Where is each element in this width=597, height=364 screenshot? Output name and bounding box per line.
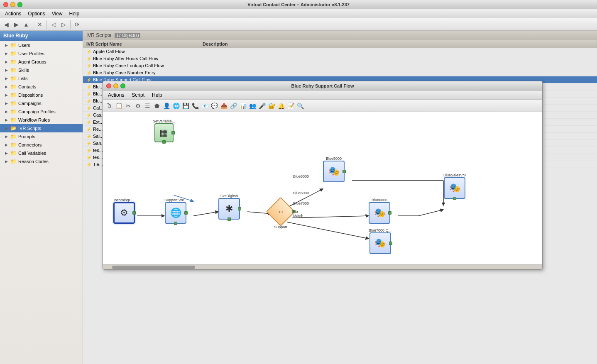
- flow-node-blue6000[interactable]: Blue6000 🎭: [369, 197, 390, 224]
- node-box[interactable]: ⚙: [113, 202, 135, 224]
- flow-tool-17[interactable]: 🎤: [257, 101, 267, 110]
- menu-view[interactable]: View: [49, 10, 66, 17]
- forward-button[interactable]: ▶: [12, 20, 21, 29]
- flow-tool-8[interactable]: 🌐: [171, 101, 181, 110]
- node-box[interactable]: ✱: [218, 198, 240, 220]
- node-label: SetVariable...: [153, 119, 175, 123]
- flow-tool-10[interactable]: 📞: [191, 101, 200, 110]
- folder-icon: 📁: [10, 76, 17, 81]
- sidebar-item-reason-codes[interactable]: ▶ 📁 Reason Codes: [0, 157, 83, 166]
- stop-button[interactable]: ✕: [35, 20, 44, 29]
- node-box[interactable]: 🎭: [444, 177, 465, 199]
- window-controls[interactable]: [3, 2, 22, 7]
- minimize-button[interactable]: [10, 2, 15, 7]
- scroll-thumb[interactable]: [112, 266, 195, 269]
- flow-node-setvariable[interactable]: SetVariable... ▦: [153, 118, 175, 142]
- sidebar-item-lists[interactable]: ▶ 📁 Lists: [0, 74, 83, 83]
- flow-minimize-button[interactable]: [113, 83, 118, 88]
- maximize-button[interactable]: [17, 2, 22, 7]
- flow-tool-7[interactable]: 👤: [162, 101, 171, 110]
- prev-button[interactable]: ◁: [49, 20, 58, 29]
- menu-options[interactable]: Options: [24, 10, 48, 17]
- next-button[interactable]: ▷: [59, 20, 68, 29]
- flow-tool-4[interactable]: ⚙: [133, 101, 142, 110]
- flow-menu-script[interactable]: Script: [128, 91, 148, 99]
- flow-tool-19[interactable]: 🔔: [276, 101, 286, 110]
- flow-scrollbar-horizontal[interactable]: [103, 264, 542, 269]
- flow-tool-11[interactable]: 📧: [200, 101, 209, 110]
- back-button[interactable]: ◀: [2, 20, 11, 29]
- sidebar-item-campaign-profiles[interactable]: ▶ 📁 Campaign Profiles: [0, 107, 83, 116]
- sidebar-item-call-variables[interactable]: ▶ 📁 Call Variables: [0, 149, 83, 157]
- flow-node-decision[interactable]: ↔ Support Blue5000 Blue6000 Blue7000 No …: [268, 199, 293, 229]
- list-item[interactable]: ⚡ Blue Ruby After Hours Call Flow: [83, 55, 597, 62]
- sidebar-item-campaigns[interactable]: ▶ 📁 Campaigns: [0, 99, 83, 107]
- flow-window-controls[interactable]: [106, 83, 125, 88]
- folder-icon: 📁: [10, 42, 17, 48]
- sidebar-item-agent-groups[interactable]: ▶ 📁 Agent Groups: [0, 58, 83, 66]
- node-box[interactable]: 🎭: [323, 161, 345, 182]
- toolbar-separator-2: [46, 20, 47, 29]
- sidebar-item-prompts[interactable]: ▶ 📁 Prompts: [0, 132, 83, 141]
- flow-tool-3[interactable]: ✂: [124, 101, 133, 110]
- flow-tool-20[interactable]: 📝: [286, 101, 295, 110]
- node-box[interactable]: 🌐: [165, 202, 186, 224]
- flow-canvas[interactable]: SetVariable... ▦ IncomingC... ⚙ Support …: [103, 112, 542, 264]
- sidebar-label-user-profiles: User Profiles: [18, 51, 44, 56]
- ivr-script-icon: ⚡: [86, 141, 91, 146]
- sidebar-item-workflow-rules[interactable]: ▶ 📁 Workflow Rules: [0, 116, 83, 124]
- folder-icon: 📁: [10, 100, 17, 106]
- sidebar-item-connectors[interactable]: ▶ 📁 Connectors: [0, 141, 83, 149]
- sidebar-label-connectors: Connectors: [18, 142, 42, 147]
- folder-icon: 📁: [10, 159, 17, 164]
- flow-tool-13[interactable]: 📤: [219, 101, 228, 110]
- flow-tool-15[interactable]: 📊: [238, 101, 247, 110]
- sidebar-item-users[interactable]: ▶ 📁 Users: [0, 41, 83, 49]
- menu-help[interactable]: Help: [66, 10, 83, 17]
- flow-tool-21[interactable]: 🔍: [296, 101, 305, 110]
- flow-tool-16[interactable]: 👥: [248, 101, 257, 110]
- flow-tool-5[interactable]: ☰: [143, 101, 152, 110]
- close-button[interactable]: [3, 2, 8, 7]
- flow-menu-actions[interactable]: Actions: [105, 91, 127, 99]
- menu-actions[interactable]: Actions: [2, 10, 24, 17]
- list-item[interactable]: ⚡ Blue Ruby Case Look-up Call Flow: [83, 62, 597, 69]
- node-box[interactable]: ▦: [154, 123, 174, 142]
- flow-node-getdigits8[interactable]: GetDigits8 ✱: [218, 193, 240, 220]
- flow-menu-help[interactable]: Help: [149, 91, 166, 99]
- flow-tool-6[interactable]: ⬟: [152, 101, 161, 110]
- sidebar-item-dispositions[interactable]: ▶ 📁 Dispositions: [0, 91, 83, 99]
- ivr-script-icon: ⚡: [86, 56, 91, 61]
- flow-close-button[interactable]: [106, 83, 111, 88]
- refresh-button[interactable]: ⟳: [73, 20, 82, 29]
- flow-node-blue5000[interactable]: Blue5000 🎭: [323, 156, 345, 182]
- list-item[interactable]: ⚡ Blue Ruby Case Number Entry: [83, 69, 597, 76]
- flow-node-blue7000q[interactable]: Blue7000 Q... 🎭: [369, 227, 391, 254]
- flow-tool-2[interactable]: 📋: [114, 101, 123, 110]
- sidebar-item-ivr-scripts[interactable]: ▶ 📂 IVR Scripts: [0, 124, 83, 132]
- node-box[interactable]: 🎭: [369, 232, 391, 254]
- sidebar-label-agent-groups: Agent Groups: [18, 59, 46, 64]
- flow-title-bar: Blue Ruby Support Call Flow: [103, 81, 542, 90]
- list-item[interactable]: ⚡ Apple Call Flow: [83, 48, 597, 55]
- flow-tool-9[interactable]: 💾: [181, 101, 190, 110]
- flow-tool-18[interactable]: 🔐: [267, 101, 276, 110]
- folder-icon: 📂: [10, 125, 17, 131]
- folder-icon: 📁: [10, 117, 17, 123]
- sidebar-item-skills[interactable]: ▶ 📁 Skills: [0, 66, 83, 74]
- sidebar-item-user-profiles[interactable]: ▶ 📁 User Profiles: [0, 49, 83, 58]
- node-box[interactable]: 🎭: [369, 202, 390, 224]
- flow-node-incoming[interactable]: IncomingC... ⚙: [113, 197, 135, 224]
- flow-tool-12[interactable]: 💬: [210, 101, 219, 110]
- sidebar-item-contacts[interactable]: ▶ 📁 Contacts: [0, 83, 83, 91]
- flow-maximize-button[interactable]: [120, 83, 125, 88]
- flow-tool-14[interactable]: 🔗: [229, 101, 238, 110]
- node-label: Blue7000 Q...: [369, 228, 391, 232]
- sidebar-label-ivr-scripts: IVR Scripts: [18, 126, 41, 131]
- flow-tool-1[interactable]: 🖱: [105, 101, 114, 110]
- up-button[interactable]: ▲: [22, 20, 31, 29]
- flow-node-support-we[interactable]: Support We... 🌐: [164, 197, 187, 224]
- flow-node-bluesalesvm[interactable]: BlueSalesVM 🎭: [443, 172, 466, 199]
- flow-window: Blue Ruby Support Call Flow Actions Scri…: [103, 81, 543, 270]
- expand-icon: ▶: [5, 68, 8, 72]
